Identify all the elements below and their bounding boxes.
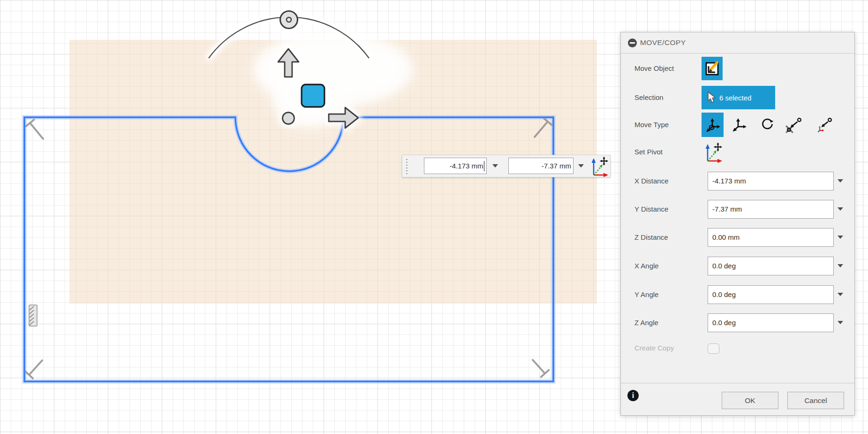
point-to-position-icon [817,117,833,133]
move-type-point-to-point-button[interactable] [783,113,805,137]
create-copy-label: Create Copy [634,343,674,354]
free-move-handle[interactable] [302,84,325,107]
x-mini-dropdown-icon[interactable] [492,164,498,168]
rotate-icon [760,117,776,133]
pivot-axes-icon [589,156,609,177]
move-type-free-move-button[interactable] [702,113,724,137]
fixed-constraint-icon [29,305,37,326]
dialog-title: MOVE/COPY [640,32,686,53]
application-window: -4.173 mm -7.37 mm MOVE/COPY [0,0,868,434]
z-angle-dropdown-icon[interactable] [838,321,843,324]
y-distance-label: Y Distance [634,200,668,219]
x-distance-label: X Distance [634,172,669,190]
move-type-translate-button[interactable] [728,113,750,137]
y-angle-dropdown-icon[interactable] [838,293,843,296]
y-distance-input[interactable]: -7.37 mm [708,200,834,219]
point-to-point-icon [786,117,802,133]
cancel-button[interactable]: Cancel [787,392,844,409]
set-pivot-button[interactable] [702,142,723,163]
selection-count: 6 selected [719,94,751,102]
move-type-rotate-button[interactable] [756,113,778,137]
canvas-value-toolbar: -4.173 mm -7.37 mm [402,155,611,177]
info-icon[interactable]: i [627,390,639,401]
create-copy-checkbox[interactable] [708,343,719,354]
y-distance-mini-value: -7.37 mm [542,162,571,170]
free-move-icon [705,117,721,133]
collapse-icon[interactable] [628,38,637,47]
y-distance-mini-input[interactable]: -7.37 mm [508,158,574,174]
z-distance-dropdown-icon[interactable] [838,236,843,239]
y-angle-label: Y Angle [634,285,658,304]
cursor-icon [707,91,717,104]
z-angle-label: Z Angle [634,313,658,332]
z-distance-row: Z Distance 0.00 mm [621,228,854,247]
x-angle-dropdown-icon[interactable] [838,264,843,267]
set-pivot-label: Set Pivot [634,143,663,161]
corner-mark [26,120,44,139]
text-caret [484,161,485,171]
dialog-footer: i OK Cancel [621,383,854,416]
y-mini-dropdown-icon[interactable] [578,164,584,168]
z-angle-input[interactable]: 0.0 deg [708,313,834,332]
move-object-button[interactable] [702,57,723,80]
dialog-header[interactable]: MOVE/COPY [621,32,854,53]
x-distance-mini-value: -4.173 mm [450,162,483,170]
z-distance-label: Z Distance [634,228,668,247]
x-distance-dropdown-icon[interactable] [838,179,843,183]
sketch-object-icon [704,61,720,76]
ok-button[interactable]: OK [722,392,778,409]
rotate-handle[interactable] [280,11,298,29]
pivot-point-handle[interactable] [283,113,294,124]
x-distance-mini-input[interactable]: -4.173 mm [424,158,487,174]
toolbar-drag-handle[interactable] [405,158,409,174]
move-type-label: Move Type [634,113,669,137]
create-copy-row: Create Copy [621,343,854,354]
x-distance-input[interactable]: -4.173 mm [708,172,834,190]
move-object-label: Move Object [634,57,674,80]
translate-icon [732,117,747,133]
y-distance-row: Y Distance -7.37 mm [621,200,854,219]
x-distance-row: X Distance -4.173 mm [621,172,854,190]
y-angle-input[interactable]: 0.0 deg [708,285,834,304]
corner-mark [25,360,42,378]
y-angle-row: Y Angle 0.0 deg [621,285,854,304]
selection-button[interactable]: 6 selected [702,86,775,109]
x-angle-row: X Angle 0.0 deg [621,257,854,275]
set-pivot-icon [703,142,723,163]
z-distance-input[interactable]: 0.00 mm [708,228,834,247]
x-angle-input[interactable]: 0.0 deg [708,257,834,275]
move-type-point-to-position-button[interactable] [814,113,836,137]
corner-mark [533,360,549,377]
selection-label: Selection [634,86,664,109]
y-distance-dropdown-icon[interactable] [838,207,843,211]
x-angle-label: X Angle [634,257,659,275]
z-angle-row: Z Angle 0.0 deg [621,313,854,332]
move-copy-dialog: MOVE/COPY Move Object Selection 6 select… [620,32,855,416]
